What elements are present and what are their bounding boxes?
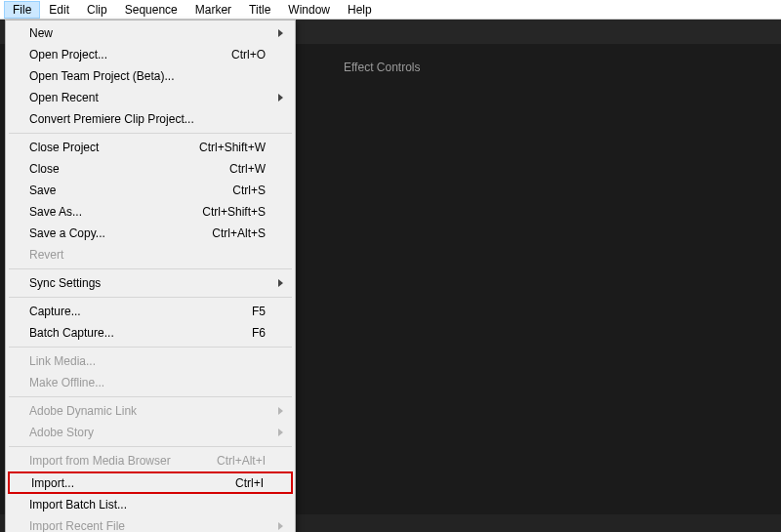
highlighted-menu-item: Import... Ctrl+I	[8, 471, 293, 494]
menu-title[interactable]: Title	[240, 1, 279, 19]
menubar: File Edit Clip Sequence Marker Title Win…	[0, 0, 781, 20]
submenu-arrow-icon	[278, 94, 283, 102]
menu-shortcut: Ctrl+Shift+S	[202, 205, 266, 219]
menu-sequence[interactable]: Sequence	[116, 1, 186, 19]
menu-item-label: Import Batch List...	[29, 498, 266, 512]
menu-item-open-project[interactable]: Open Project... Ctrl+O	[8, 44, 293, 65]
submenu-arrow-icon	[278, 279, 283, 287]
menu-item-label: Adobe Story	[29, 426, 266, 439]
menu-item-label: Save	[29, 184, 232, 197]
menu-item-label: Save As...	[29, 205, 202, 219]
menu-item-link-media: Link Media...	[8, 350, 293, 372]
menu-item-adobe-story: Adobe Story	[8, 422, 293, 443]
menu-item-import-recent-file: Import Recent File	[8, 515, 293, 532]
menu-item-label: Capture...	[29, 305, 252, 318]
menu-item-import-from-media-browser: Import from Media Browser Ctrl+Alt+I	[8, 450, 293, 471]
file-dropdown: New Open Project... Ctrl+O Open Team Pro…	[5, 20, 296, 532]
menu-window[interactable]: Window	[279, 1, 339, 19]
menu-item-label: Import...	[31, 476, 235, 490]
menu-separator	[9, 446, 292, 447]
menu-separator	[9, 268, 292, 269]
menu-item-label: Save a Copy...	[29, 226, 212, 240]
menu-item-label: Make Offline...	[29, 376, 266, 389]
menu-shortcut: Ctrl+O	[231, 48, 266, 61]
menu-item-label: Adobe Dynamic Link	[29, 404, 266, 418]
menu-separator	[9, 133, 292, 134]
menu-item-capture[interactable]: Capture... F5	[8, 301, 293, 322]
menu-item-make-offline: Make Offline...	[8, 372, 293, 393]
menu-item-sync-settings[interactable]: Sync Settings	[8, 272, 293, 294]
menu-item-save[interactable]: Save Ctrl+S	[8, 180, 293, 201]
menu-marker[interactable]: Marker	[186, 1, 240, 19]
menu-clip[interactable]: Clip	[78, 1, 116, 19]
menu-separator	[9, 297, 292, 298]
menu-help[interactable]: Help	[339, 1, 381, 19]
menu-separator	[9, 396, 292, 397]
menu-item-batch-capture[interactable]: Batch Capture... F6	[8, 322, 293, 344]
menu-item-new[interactable]: New	[8, 22, 293, 44]
menu-item-label: Open Project...	[29, 48, 231, 61]
menu-item-label: Convert Premiere Clip Project...	[29, 112, 266, 126]
menu-file[interactable]: File	[4, 1, 40, 19]
menu-shortcut: Ctrl+W	[229, 162, 266, 176]
menu-shortcut: Ctrl+I	[235, 476, 264, 490]
menu-item-revert: Revert	[8, 244, 293, 266]
menu-item-label: Import from Media Browser	[29, 454, 217, 468]
effect-controls-tab[interactable]: Effect Controls	[344, 61, 420, 74]
menu-item-convert-premiere-clip[interactable]: Convert Premiere Clip Project...	[8, 108, 293, 130]
menu-item-label: Open Recent	[29, 91, 266, 104]
menu-item-label: Link Media...	[29, 354, 266, 368]
menu-item-label: Close Project	[29, 141, 199, 154]
menu-item-close[interactable]: Close Ctrl+W	[8, 158, 293, 180]
menu-shortcut: Ctrl+Shift+W	[199, 141, 266, 154]
menu-item-label: Open Team Project (Beta)...	[29, 69, 266, 83]
menu-shortcut: Ctrl+Alt+I	[217, 454, 266, 468]
menu-item-import[interactable]: Import... Ctrl+I	[10, 473, 291, 492]
menu-item-import-batch-list[interactable]: Import Batch List...	[8, 494, 293, 515]
menu-item-label: Close	[29, 162, 229, 176]
submenu-arrow-icon	[278, 429, 283, 436]
submenu-arrow-icon	[278, 29, 283, 37]
menu-item-label: Import Recent File	[29, 519, 266, 532]
submenu-arrow-icon	[278, 522, 283, 530]
menu-shortcut: F6	[252, 326, 266, 340]
menu-edit[interactable]: Edit	[40, 1, 78, 19]
menu-shortcut: Ctrl+S	[232, 184, 266, 197]
menu-item-open-recent[interactable]: Open Recent	[8, 87, 293, 108]
menu-item-label: New	[29, 26, 266, 40]
menu-item-save-copy[interactable]: Save a Copy... Ctrl+Alt+S	[8, 223, 293, 244]
menu-item-close-project[interactable]: Close Project Ctrl+Shift+W	[8, 137, 293, 158]
menu-item-label: Sync Settings	[29, 276, 266, 290]
menu-item-label: Revert	[29, 248, 266, 262]
menu-separator	[9, 347, 292, 348]
menu-item-adobe-dynamic-link: Adobe Dynamic Link	[8, 400, 293, 422]
menu-item-open-team-project[interactable]: Open Team Project (Beta)...	[8, 65, 293, 87]
menu-shortcut: F5	[252, 305, 266, 318]
menu-item-save-as[interactable]: Save As... Ctrl+Shift+S	[8, 201, 293, 223]
menu-shortcut: Ctrl+Alt+S	[212, 226, 266, 240]
menu-item-label: Batch Capture...	[29, 326, 252, 340]
submenu-arrow-icon	[278, 407, 283, 415]
